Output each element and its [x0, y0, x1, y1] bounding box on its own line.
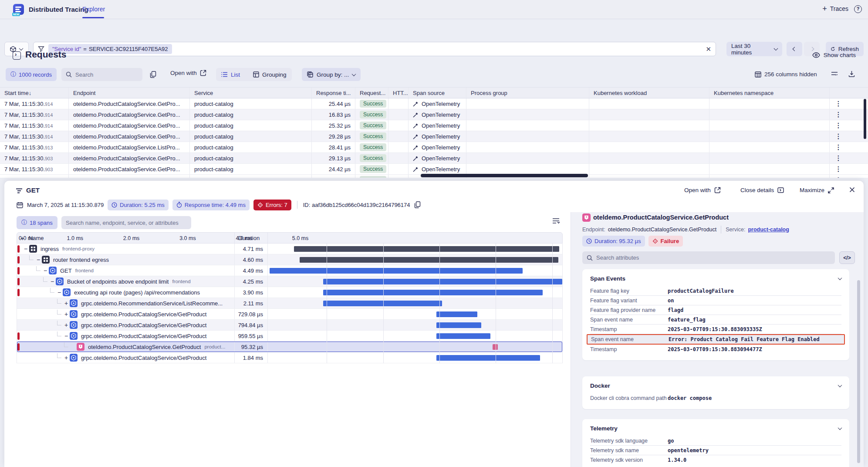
- detail-open-with-button[interactable]: Open with: [684, 187, 721, 193]
- span-search-input[interactable]: Search name, endpoint, service, or attri…: [61, 216, 191, 229]
- span-bar[interactable]: [436, 355, 540, 361]
- row-actions-kebab[interactable]: ⋮: [830, 98, 847, 109]
- time-range-selector[interactable]: Last 30 minutes: [726, 42, 782, 56]
- row-actions-kebab[interactable]: ⋮: [830, 142, 847, 152]
- span-bar[interactable]: [300, 257, 559, 263]
- close-details-button[interactable]: Close details: [740, 187, 784, 193]
- table-row[interactable]: 7 Mar, 11:15:30.903 oteldemo.ProductCata…: [0, 153, 868, 164]
- span-row[interactable]: − grpc.oteldemo.ProductCatalogService/Ge…: [17, 331, 562, 342]
- span-row[interactable]: + grpc.oteldemo.ProductCatalogService/Ge…: [17, 320, 562, 331]
- horizontal-scrollbar[interactable]: [421, 174, 588, 177]
- table-column-header[interactable]: Start time ↓: [0, 88, 69, 98]
- table-settings-button[interactable]: [831, 71, 838, 77]
- span-bar[interactable]: [323, 301, 442, 306]
- span-toggle[interactable]: +: [63, 321, 70, 328]
- attribute-row[interactable]: Timestamp 2025-03-07T09:15:30.883093335Z: [590, 325, 841, 334]
- attribute-search-input[interactable]: Search attributes: [582, 251, 835, 264]
- row-actions-kebab[interactable]: ⋮: [830, 131, 847, 142]
- span-toggle[interactable]: −: [49, 278, 56, 285]
- table-column-header[interactable]: HTT...: [388, 88, 409, 98]
- table-column-header[interactable]: Request...: [355, 88, 388, 98]
- row-actions-kebab[interactable]: ⋮: [830, 120, 847, 131]
- attribute-row[interactable]: Telemetry sdk version 1.34.0: [590, 455, 841, 465]
- download-button[interactable]: [848, 71, 855, 77]
- span-row[interactable]: + grpc.oteldemo.RecommendationService/Li…: [17, 298, 562, 309]
- span-toggle[interactable]: +: [63, 354, 70, 361]
- show-charts-button[interactable]: Show charts: [812, 52, 856, 58]
- attribute-row[interactable]: Telemetry sdk name opentelemetry: [590, 446, 841, 455]
- table-row[interactable]: 7 Mar, 11:15:30.914 oteldemo.ProductCata…: [0, 109, 868, 120]
- span-bar[interactable]: [436, 311, 477, 317]
- copy-icon[interactable]: [414, 201, 421, 208]
- tab-explorer[interactable]: Explorer: [82, 6, 105, 13]
- table-column-header[interactable]: Endpoint: [69, 88, 190, 98]
- table-column-header[interactable]: Service: [190, 88, 312, 98]
- card-title-row[interactable]: Docker: [590, 382, 841, 389]
- span-toggle[interactable]: −: [63, 332, 70, 339]
- table-column-header[interactable]: Span source: [409, 88, 466, 98]
- span-bar[interactable]: [323, 290, 543, 295]
- table-column-header[interactable]: Kubernetes workload: [589, 88, 709, 98]
- attribute-row[interactable]: Docker cli cobra command path docker com…: [590, 393, 841, 403]
- row-actions-kebab[interactable]: ⋮: [830, 164, 847, 174]
- columns-hidden-button[interactable]: 256 columns hidden: [755, 71, 817, 78]
- span-sort-button[interactable]: [552, 218, 560, 224]
- attribute-row[interactable]: Telemetry sdk language go: [590, 436, 841, 446]
- clear-filter-icon[interactable]: ✕: [706, 45, 711, 53]
- close-panel-button[interactable]: [849, 187, 855, 193]
- span-row[interactable]: − Bucket of endpoints above endpoint lim…: [17, 276, 562, 287]
- span-toggle[interactable]: +: [63, 300, 70, 307]
- table-column-header[interactable]: Kubernetes namespace: [709, 88, 830, 98]
- service-link[interactable]: product-catalog: [748, 227, 789, 233]
- row-actions-kebab[interactable]: ⋮: [830, 109, 847, 120]
- table-column-header[interactable]: Response ti...: [312, 88, 355, 98]
- attribute-row[interactable]: Span event name Error: Product Catalog F…: [587, 334, 845, 345]
- add-traces-button[interactable]: + Traces: [822, 5, 848, 13]
- open-with-button[interactable]: Open with: [170, 70, 206, 76]
- table-row[interactable]: 7 Mar, 11:15:30.914 oteldemo.ProductCata…: [0, 131, 868, 142]
- help-button[interactable]: ?: [854, 5, 862, 13]
- table-row[interactable]: 7 Mar, 11:15:30.913 oteldemo.ProductCata…: [0, 142, 868, 153]
- table-row[interactable]: 7 Mar, 11:15:30.903 oteldemo.ProductCata…: [0, 164, 868, 175]
- span-row[interactable]: + grpc.oteldemo.ProductCatalogService/Ge…: [17, 309, 562, 320]
- span-row[interactable]: − router frontend egress 4.60 ms: [17, 254, 562, 265]
- span-toggle[interactable]: −: [56, 289, 63, 296]
- span-toggle[interactable]: +: [63, 311, 70, 318]
- span-bar[interactable]: [294, 246, 559, 252]
- attribute-row[interactable]: Feature flag provider name flagd: [590, 305, 841, 315]
- view-grouping-option[interactable]: Grouping: [250, 71, 289, 78]
- attribute-row[interactable]: Timestamp 2025-03-07T09:15:30.883094477Z: [590, 345, 841, 354]
- attribute-row[interactable]: Feature flag key productCatalogFailure: [590, 286, 841, 296]
- time-back-button[interactable]: [787, 42, 802, 56]
- filter-chip[interactable]: "Service id" = SERVICE-3C92115F407E5A92: [48, 44, 172, 54]
- copy-button[interactable]: [150, 71, 156, 78]
- maximize-button[interactable]: Maximize: [800, 187, 834, 193]
- row-actions-kebab[interactable]: ⋮: [830, 153, 847, 163]
- table-row[interactable]: 7 Mar, 11:15:30.914 oteldemo.ProductCata…: [0, 98, 868, 109]
- view-as-code-button[interactable]: </>: [839, 251, 855, 264]
- span-toggle[interactable]: −: [22, 245, 29, 252]
- span-row[interactable]: + grpc.oteldemo.ProductCatalogService/Ge…: [17, 352, 562, 363]
- card-title-row[interactable]: Span Events: [590, 275, 841, 282]
- search-input[interactable]: Search: [61, 68, 142, 81]
- span-bar[interactable]: [436, 322, 481, 328]
- card-title-row[interactable]: Telemetry: [590, 425, 841, 432]
- table-row[interactable]: 7 Mar, 11:15:30.914 oteldemo.ProductCata…: [0, 120, 868, 131]
- records-count-badge[interactable]: ⓘ 1000 records: [6, 68, 57, 81]
- span-bar[interactable]: [436, 333, 490, 339]
- span-toggle[interactable]: −: [42, 267, 49, 274]
- span-row[interactable]: − ingress frontend-proxy 4.71 ms: [17, 244, 562, 254]
- span-row[interactable]: oteldemo.ProductCatalogService.GetProduc…: [17, 342, 562, 352]
- span-row[interactable]: − GET frontend 4.49 ms: [17, 265, 562, 276]
- vertical-scrollbar[interactable]: [864, 99, 866, 139]
- view-list-option[interactable]: List: [219, 71, 243, 78]
- group-by-selector[interactable]: Group by: ...: [302, 68, 361, 81]
- span-bar[interactable]: [270, 268, 523, 274]
- span-bar[interactable]: [323, 279, 563, 284]
- attribute-row[interactable]: Span event name feature_flag: [590, 315, 841, 325]
- span-row[interactable]: − executing api route (pages) /api/recom…: [17, 287, 562, 298]
- filter-query-input[interactable]: "Service id" = SERVICE-3C92115F407E5A92 …: [33, 42, 716, 56]
- span-bar[interactable]: [493, 344, 498, 350]
- row-actions-kebab[interactable]: ⋮: [830, 175, 847, 178]
- panel-scrollbar[interactable]: [857, 280, 860, 463]
